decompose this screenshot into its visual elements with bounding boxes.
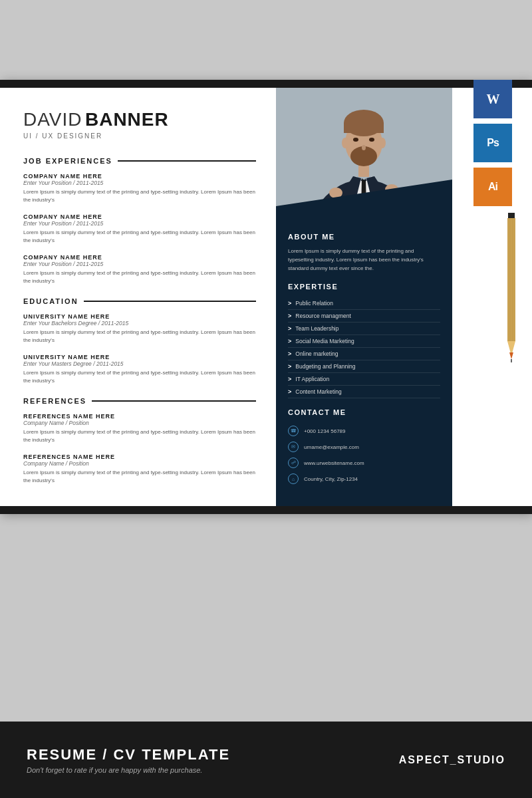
- company-name-3: COMPANY NAME HERE: [23, 254, 256, 261]
- ref-desc-2: Lorem Ipsum is simply dummy text of the …: [23, 469, 256, 485]
- location-icon: ⌂: [288, 473, 299, 484]
- expertise-item-4: Social Media Marketing: [288, 335, 440, 348]
- contact-email: ✉ urname@example.com: [288, 439, 440, 455]
- contact-address: ⌂ Country, City, Zip-1234: [288, 471, 440, 487]
- edu-entry-2: UNIVERSITY NAME HERE Enter Your Masters …: [23, 354, 256, 385]
- page-wrapper: W Ps Ai: [0, 0, 532, 798]
- university-1: UNIVERSITY NAME HERE: [23, 313, 256, 320]
- expertise-item-8: Content Marketing: [288, 386, 440, 398]
- right-column: ABOUT ME Lorem Ipsum is simply dummy tex…: [276, 80, 452, 514]
- degree-2: Enter Your Masters Degree / 2011-2015: [23, 360, 256, 367]
- edu-desc-1: Lorem Ipsum is simply dummy text of the …: [23, 329, 256, 344]
- expertise-item-2: Resource managment: [288, 310, 440, 323]
- phone-icon: ☎: [288, 426, 299, 436]
- references-header: REFERENCES: [23, 397, 256, 405]
- footer-brand: ASPECT_STUDIO: [399, 754, 505, 766]
- svg-point-20: [353, 138, 358, 142]
- contact-website: ☍ www.urwebsitename.com: [288, 455, 440, 471]
- svg-point-21: [369, 138, 374, 142]
- edu-desc-2: Lorem Ipsum is simply dummy text of the …: [23, 369, 256, 385]
- job-experiences-header: JOB EXPERIENCES: [23, 157, 256, 165]
- degree-1: Enter Your Bachelors Degree / 2011-2015: [23, 320, 256, 327]
- university-2: UNIVERSITY NAME HERE: [23, 354, 256, 360]
- expertise-item-5: Online marketing: [288, 348, 440, 360]
- job-entry-1: COMPANY NAME HERE Enter Your Position / …: [23, 173, 256, 204]
- footer-left: RESUME / CV TEMPLATE Don't forget to rat…: [27, 746, 230, 774]
- photo-area: [276, 80, 452, 213]
- ref-name-1: REFERENCES NAME HERE: [23, 413, 256, 420]
- job-entry-3: COMPANY NAME HERE Enter Your Position / …: [23, 254, 256, 285]
- ref-name-2: REFERENCES NAME HERE: [23, 454, 256, 460]
- pencil-decoration: [504, 213, 519, 366]
- job-title: UI / UX DESIGNER: [23, 132, 256, 140]
- about-text: Lorem Ipsum is simply dummy text of the …: [288, 247, 440, 273]
- ref-company-1: Company Name / Position: [23, 420, 256, 426]
- bottom-black-bar: [0, 506, 532, 514]
- company-name-2: COMPANY NAME HERE: [23, 213, 256, 220]
- expertise-title: EXPERTISE: [288, 283, 440, 291]
- expertise-item-3: Team Leadership: [288, 323, 440, 335]
- contact-title: CONTACT ME: [288, 408, 440, 416]
- contact-phone: ☎ +000 1234 56789: [288, 423, 440, 439]
- svg-point-17: [342, 138, 348, 148]
- ref-desc-1: Lorem Ipsum is simply dummy text of the …: [23, 428, 256, 444]
- svg-rect-1: [507, 218, 515, 341]
- illustrator-icon: Ai: [473, 168, 512, 206]
- right-content: ABOUT ME Lorem Ipsum is simply dummy tex…: [276, 213, 452, 514]
- ref-entry-2: REFERENCES NAME HERE Company Name / Posi…: [23, 454, 256, 485]
- contact-list: ☎ +000 1234 56789 ✉ urname@example.com ☍…: [288, 423, 440, 487]
- expertise-item-1: Public Relation: [288, 297, 440, 310]
- position-date-3: Enter Your Position / 2011-2015: [23, 261, 256, 267]
- last-name: BANNER: [85, 109, 169, 130]
- footer-title: RESUME / CV TEMPLATE: [27, 746, 230, 763]
- resume-card: DAVID BANNER UI / UX DESIGNER JOB EXPERI…: [0, 80, 532, 514]
- job-desc-2: Lorem Ipsum is simply dummy text of the …: [23, 229, 256, 245]
- web-icon: ☍: [288, 458, 299, 468]
- svg-rect-0: [508, 213, 515, 218]
- expertise-list: Public Relation Resource managment Team …: [288, 297, 440, 398]
- footer-subtitle: Don't forget to rate if you are happy wi…: [27, 766, 230, 774]
- svg-marker-3: [509, 352, 513, 359]
- education-header: EDUCATION: [23, 297, 256, 305]
- top-area: [0, 0, 532, 80]
- svg-point-22: [362, 145, 366, 150]
- photoshop-icon: Ps: [473, 124, 512, 162]
- about-title: ABOUT ME: [288, 233, 440, 241]
- ref-company-2: Company Name / Position: [23, 460, 256, 467]
- job-desc-3: Lorem Ipsum is simply dummy text of the …: [23, 269, 256, 285]
- job-entry-2: COMPANY NAME HERE Enter Your Position / …: [23, 213, 256, 245]
- first-name: DAVID: [23, 109, 82, 130]
- full-name: DAVID BANNER: [23, 109, 256, 130]
- company-name-1: COMPANY NAME HERE: [23, 173, 256, 180]
- email-icon: ✉: [288, 442, 299, 452]
- position-date-2: Enter Your Position / 2011-2015: [23, 220, 256, 227]
- position-date-1: Enter Your Position / 2011-2015: [23, 180, 256, 186]
- expertise-item-6: Budgeting and Planning: [288, 360, 440, 373]
- ref-entry-1: REFERENCES NAME HERE Company Name / Posi…: [23, 413, 256, 444]
- svg-rect-16: [344, 123, 384, 133]
- word-icon: W: [473, 80, 512, 118]
- svg-point-18: [379, 138, 386, 148]
- expertise-item-7: IT Application: [288, 373, 440, 386]
- edu-entry-1: UNIVERSITY NAME HERE Enter Your Bachelor…: [23, 313, 256, 344]
- job-desc-1: Lorem Ipsum is simply dummy text of the …: [23, 188, 256, 204]
- name-area: DAVID BANNER UI / UX DESIGNER: [23, 98, 256, 145]
- top-black-bar: [0, 80, 532, 88]
- footer: RESUME / CV TEMPLATE Don't forget to rat…: [0, 722, 532, 798]
- left-column: DAVID BANNER UI / UX DESIGNER JOB EXPERI…: [0, 80, 276, 514]
